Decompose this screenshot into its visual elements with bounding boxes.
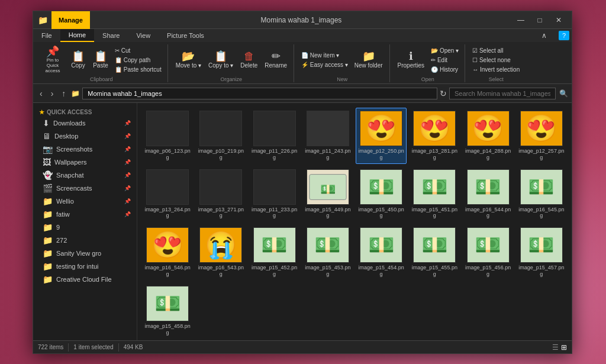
file-item[interactable]: 💵 image_p15_451.png [409,166,460,223]
file-item[interactable]: 💵 image_p16_545.png [516,166,567,223]
file-item[interactable]: 💵 image_p15_456.png [463,224,514,281]
new-label: New [337,76,347,82]
file-item[interactable]: 💵 image_p15_453.png [302,224,353,281]
testing-label: testing for intui [56,263,99,270]
sidebar-item-screenshots[interactable]: 📷 Screenshots 📌 [33,143,137,156]
paste-shortcut-button[interactable]: 📋 Paste shortcut [112,65,164,74]
invert-selection-button[interactable]: ↔ Invert selection [470,65,522,74]
sidebar-item-wellio[interactable]: 📁 Wellio 📌 [33,195,137,208]
file-thumbnail: 😍 [360,111,402,146]
file-item-selected[interactable]: 😍 image_p12_250.png [356,108,407,164]
open-button[interactable]: 📂 Open ▾ [428,46,461,55]
back-button[interactable]: ‹ [37,88,46,99]
file-item[interactable]: 😍 image_p14_288.png [463,108,514,164]
tab-manage[interactable]: Manage [51,11,90,29]
file-item[interactable]: 😍 image_p12_257.png [516,108,567,164]
file-name: image_p15_457.png [518,265,565,278]
copy-to-button[interactable]: 📋 Copy to ▾ [205,49,236,70]
screenshots-label: Screenshots [56,146,92,153]
sidebar: ★ Quick access ⬇ Downloads 📌 🖥 Desktop 📌… [33,103,137,340]
minimize-button[interactable]: — [512,14,529,26]
file-item[interactable]: 💵 image_p15_458.png [142,283,193,339]
large-icons-view-button[interactable]: ⊞ [561,343,567,352]
file-item[interactable]: image_p13_271.png [195,166,246,223]
tab-share[interactable]: Share [94,29,128,42]
file-item[interactable]: image_p11_243.png [302,108,353,164]
sidebar-item-desktop[interactable]: 🖥 Desktop 📌 [33,130,137,143]
up-button[interactable]: ↑ [59,88,69,99]
ribbon-group-organize: 📂 Move to ▾ 📋 Copy to ▾ 🗑 Delete ✏ Renam… [169,44,294,82]
tab-file[interactable]: File [33,29,60,42]
sidebar-item-testing[interactable]: 📁 testing for intui [33,260,137,273]
help-button[interactable]: ? [559,31,569,40]
file-thumbnail: 💵 [413,169,456,205]
file-item[interactable]: image_p13_264.png [142,166,193,223]
file-name: image_p16_545.png [518,207,565,220]
file-item[interactable]: 💵 image_p15_450.png [356,166,407,223]
file-size: 494 KB [124,344,143,350]
file-item[interactable]: image_p06_123.png [142,108,193,164]
sidebar-item-creative-cloud[interactable]: 📁 Creative Cloud File [33,273,137,286]
sidebar-item-snapchat[interactable]: 👻 Snapchat 📌 [33,169,137,182]
easy-access-button[interactable]: ⚡ Easy access ▾ [299,60,350,69]
file-item[interactable]: 😍 image_p13_281.png [409,108,460,164]
history-button[interactable]: 🕐 History [428,65,461,74]
forward-button[interactable]: › [48,88,57,99]
properties-button[interactable]: ℹ Properties [395,49,428,70]
file-item[interactable]: image_p10_219.png [195,108,246,164]
quick-access-label: Quick access [47,109,92,115]
search-input[interactable] [449,88,556,99]
file-name: image_p15_449.png [304,207,352,220]
file-item[interactable]: image_p11_233.png [249,166,300,223]
sidebar-item-sanity[interactable]: 📁 Sanity View gro [33,247,137,260]
file-item[interactable]: 💵 image_p15_455.png [409,224,460,281]
select-buttons: ☑ Select all ☐ Select none ↔ Invert sele… [470,44,522,75]
details-view-button[interactable]: ☰ [552,343,559,352]
address-input[interactable] [82,88,437,99]
delete-button[interactable]: 🗑 Delete [237,49,260,70]
new-folder-button[interactable]: 📁 New folder [352,49,386,70]
sidebar-item-downloads[interactable]: ⬇ Downloads 📌 [33,117,137,130]
file-item[interactable]: 💵 image_p15_449.png [302,166,353,223]
pin-indicator: 📌 [124,120,131,126]
select-none-button[interactable]: ☐ Select none [470,56,522,65]
tab-view[interactable]: View [128,29,159,42]
sidebar-item-fatiw[interactable]: 📁 fatiw 📌 [33,208,137,221]
refresh-button[interactable]: ↻ [440,89,447,98]
ribbon-group-open: ℹ Properties 📂 Open ▾ ✏ Edit 🕐 History O… [391,44,466,82]
pin-indicator: 📌 [124,133,131,139]
window-title: Momina wahab 1_images [90,16,512,24]
sidebar-item-9[interactable]: 📁 9 [33,221,137,234]
file-item[interactable]: 💵 image_p15_454.png [356,224,407,281]
copy-button[interactable]: 📋 Copy [67,49,89,70]
rename-button[interactable]: ✏ Rename [262,49,290,70]
ribbon-collapse[interactable]: ∧ [533,29,555,42]
sidebar-item-screencasts[interactable]: 🎬 Screencasts 📌 [33,182,137,195]
cut-button[interactable]: ✂ Cut [112,46,164,55]
delete-label: Delete [240,62,257,69]
file-item[interactable]: 😍 image_p16_546.png [142,224,193,281]
open-label: Open [421,76,434,82]
paste-button[interactable]: 📋 Paste [90,49,111,70]
file-area[interactable]: image_p06_123.png image_p10_219.png imag… [137,103,572,340]
select-all-button[interactable]: ☑ Select all [470,46,522,55]
file-item[interactable]: 💵 image_p16_544.png [463,166,514,223]
sidebar-item-wallpapers[interactable]: 🖼 Wallpapers 📌 [33,156,137,169]
edit-button[interactable]: ✏ Edit [428,56,461,65]
pin-to-quick-access-button[interactable]: 📌 Pin to Quick access [39,44,66,75]
copy-path-button[interactable]: 📋 Copy path [112,56,164,65]
file-item[interactable]: 💵 image_p15_452.png [249,224,300,281]
pin-indicator: 📌 [124,198,131,204]
tab-home[interactable]: Home [60,29,94,42]
new-item-button[interactable]: 📄 New item ▾ [299,51,350,60]
screenshots-icon: 📷 [43,144,53,154]
file-item[interactable]: image_p11_226.png [249,108,300,164]
move-to-button[interactable]: 📂 Move to ▾ [173,49,204,70]
sidebar-item-272[interactable]: 📁 272 [33,234,137,247]
file-item[interactable]: 😭 image_p16_543.png [195,224,246,281]
file-name: image_p13_281.png [411,148,458,161]
file-item[interactable]: 💵 image_p15_457.png [516,224,567,281]
tab-picture-tools[interactable]: Picture Tools [159,29,212,42]
maximize-button[interactable]: □ [531,14,548,26]
close-button[interactable]: ✕ [550,14,567,26]
